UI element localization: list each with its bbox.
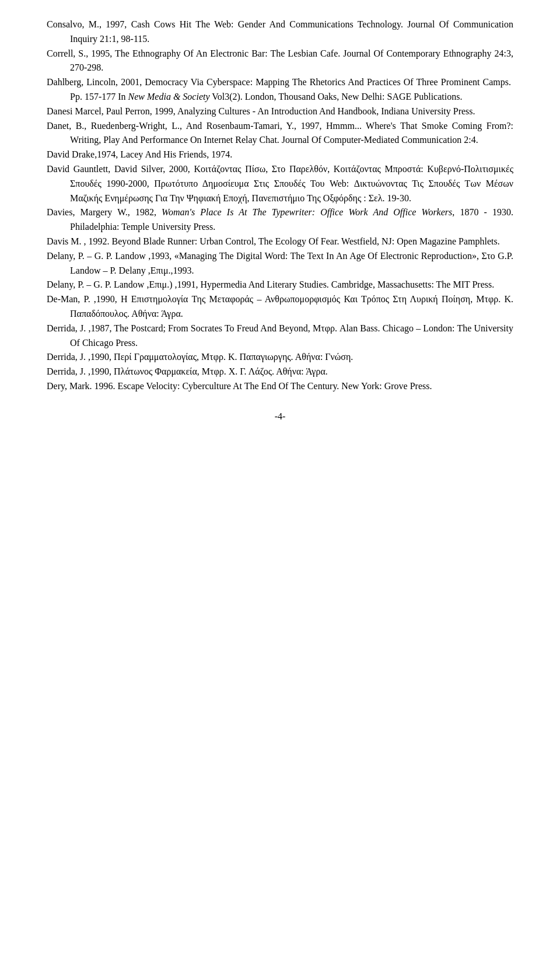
list-item: Danesi Marcel, Paul Perron, 1999, Analyz… <box>47 104 513 119</box>
list-item: Correll, S., 1995, The Ethnography Of An… <box>47 47 513 76</box>
reference-text-italic: Woman's Place Is At The Typewriter: Offi… <box>162 207 452 217</box>
reference-text: Consalvo, M., 1997, Cash Cows Hit The We… <box>47 19 513 44</box>
reference-block: Consalvo, M., 1997, Cash Cows Hit The We… <box>47 18 513 394</box>
list-item: Delany, P. – G. P. Landow ,Επιμ.) ,1991,… <box>47 278 513 292</box>
reference-text-before-italic: Davies, Margery W., 1982, <box>47 207 162 217</box>
reference-text: Derrida, J. ,1990, Περί Γραμματολογίας, … <box>47 352 353 362</box>
list-item: De-Man, P. ,1990, Η Επιστημολογία Της Με… <box>47 292 513 321</box>
list-item: Davies, Margery W., 1982, Woman's Place … <box>47 205 513 235</box>
list-item: David Drake,1974, Lacey And His Friends,… <box>47 148 513 162</box>
list-item: Danet, B., Ruedenberg-Wright, L., And Ro… <box>47 119 513 148</box>
reference-text: David Drake,1974, Lacey And His Friends,… <box>47 149 232 159</box>
list-item: Consalvo, M., 1997, Cash Cows Hit The We… <box>47 18 513 47</box>
reference-text: Derrida, J. ,1990, Πλάτωνος Φαρμακεία, Μ… <box>47 366 328 376</box>
reference-text-italic: New Media & Society <box>128 92 210 102</box>
reference-text-after-italic: Vol3(2). London, Thousand Oaks, New Delh… <box>210 92 463 102</box>
list-item: Dery, Mark. 1996. Escape Velocity: Cyber… <box>47 379 513 394</box>
list-item: Derrida, J. ,1990, Περί Γραμματολογίας, … <box>47 350 513 365</box>
list-item: Derrida, J. ,1990, Πλάτωνος Φαρμακεία, Μ… <box>47 365 513 379</box>
page-container: Consalvo, M., 1997, Cash Cows Hit The We… <box>0 0 560 979</box>
reference-text: Correll, S., 1995, The Ethnography Of An… <box>47 48 513 73</box>
list-item: Delany, P. – G. P. Landow ,1993, «Managi… <box>47 249 513 278</box>
list-item: Dahlberg, Lincoln, 2001, Democracy Via C… <box>47 75 513 104</box>
list-item: Davis M. , 1992. Beyond Blade Runner: Ur… <box>47 235 513 249</box>
reference-text: Davis M. , 1992. Beyond Blade Runner: Ur… <box>47 236 500 246</box>
reference-text: Delany, P. – G. P. Landow ,1993, «Managi… <box>47 251 513 275</box>
reference-text: Dery, Mark. 1996. Escape Velocity: Cyber… <box>47 381 432 391</box>
reference-text: Derrida, J. ,1987, The Postcard; From So… <box>47 323 513 348</box>
reference-text: De-Man, P. ,1990, Η Επιστημολογία Της Με… <box>47 294 513 319</box>
reference-text: David Gauntlett, David Silver, 2000, Κοι… <box>47 164 513 203</box>
reference-text: Delany, P. – G. P. Landow ,Επιμ.) ,1991,… <box>47 279 494 289</box>
reference-text: Danet, B., Ruedenberg-Wright, L., And Ro… <box>47 121 513 145</box>
page-number: -4- <box>47 411 513 422</box>
list-item: David Gauntlett, David Silver, 2000, Κοι… <box>47 162 513 205</box>
reference-text: Danesi Marcel, Paul Perron, 1999, Analyz… <box>47 106 475 116</box>
list-item: Derrida, J. ,1987, The Postcard; From So… <box>47 321 513 351</box>
